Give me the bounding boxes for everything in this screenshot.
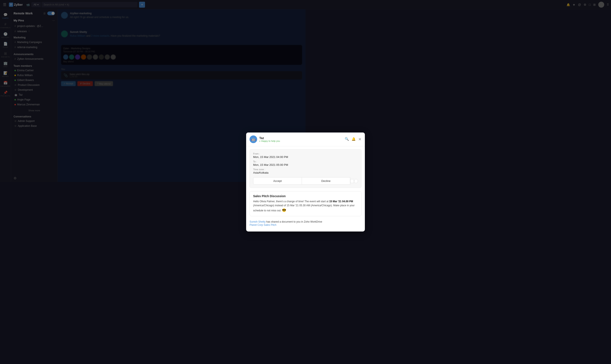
to-label: To : <box>253 160 306 163</box>
bot-name: Taz <box>259 136 280 140</box>
modal-overlay[interactable]: 🤖 Taz Happy to help you 🔍 🔔 ✕ From : Mon… <box>0 0 306 182</box>
timezone-label: Time zone : <box>253 168 306 171</box>
bot-status: Happy to help you <box>259 140 280 142</box>
from-row: From : Mon, 15 Mar 2021 04:00 PM <box>253 152 306 158</box>
to-row: To : Mon, 15 Mar 2021 05:00 PM <box>253 160 306 166</box>
from-value: Mon, 15 Mar 2021 04:00 PM <box>253 156 306 158</box>
timezone-row: Time zone : Asia/Kolkata <box>253 168 306 174</box>
bot-info: Taz Happy to help you <box>259 136 280 142</box>
calendar-actions: Accept Decline ⋮ <box>253 177 306 182</box>
from-label: From : <box>253 152 306 155</box>
timezone-value: Asia/Kolkata <box>253 171 306 174</box>
modal-header: 🤖 Taz Happy to help you 🔍 🔔 ✕ <box>246 132 306 146</box>
calendar-invite-card: From : Mon, 15 Mar 2021 04:00 PM To : Mo… <box>249 149 306 182</box>
to-value: Mon, 15 Mar 2021 05:00 PM <box>253 163 306 166</box>
cal-decline-button[interactable]: Decline <box>302 177 306 182</box>
bot-avatar: 🤖 <box>249 135 257 143</box>
modal-body: From : Mon, 15 Mar 2021 04:00 PM To : Mo… <box>246 146 306 182</box>
taz-modal: 🤖 Taz Happy to help you 🔍 🔔 ✕ From : Mon… <box>246 132 306 182</box>
cal-accept-button[interactable]: Accept <box>253 177 302 182</box>
